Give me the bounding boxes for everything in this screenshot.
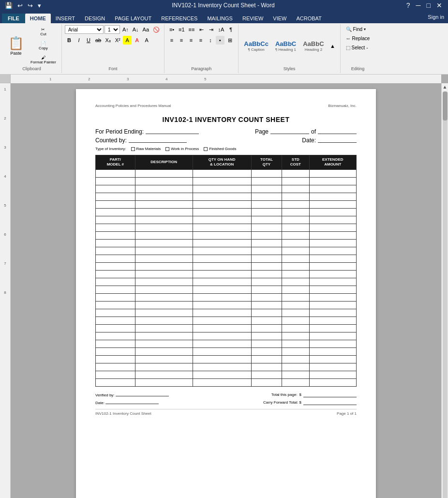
table-cell[interactable] [282,317,309,324]
table-cell[interactable] [135,293,193,301]
table-cell[interactable] [251,278,282,286]
font-color-button[interactable]: A [133,36,141,45]
table-cell[interactable] [135,317,193,324]
table-cell[interactable] [282,169,309,177]
table-cell[interactable] [282,340,309,347]
table-cell[interactable] [135,278,193,286]
bullets-button[interactable]: ≡• [167,25,176,34]
table-cell[interactable] [309,193,357,200]
table-cell[interactable] [309,355,357,363]
table-cell[interactable] [135,355,193,363]
table-cell[interactable] [96,355,135,363]
table-cell[interactable] [135,193,193,200]
table-cell[interactable] [309,231,357,239]
table-cell[interactable] [193,216,251,224]
table-cell[interactable] [96,378,135,386]
table-row[interactable] [96,247,357,255]
table-cell[interactable] [135,332,193,340]
tab-acrobat[interactable]: ACROBAT [291,14,326,23]
table-row[interactable] [96,378,357,386]
table-cell[interactable] [251,262,282,270]
tab-design[interactable]: DESIGN [80,14,110,23]
table-cell[interactable] [282,224,309,231]
border-button[interactable]: ⊞ [225,36,234,45]
table-cell[interactable] [135,185,193,193]
raw-materials-checkbox[interactable]: Raw Materials [131,147,161,151]
table-row[interactable] [96,193,357,200]
copy-button[interactable]: 📄 Copy [28,39,59,52]
table-cell[interactable] [251,193,282,200]
grow-font-button[interactable]: A↑ [121,25,130,34]
table-cell[interactable] [282,177,309,185]
text-highlight-button[interactable]: A [123,36,132,45]
table-cell[interactable] [193,309,251,317]
scroll-up-button[interactable]: ▲ [442,83,448,91]
table-cell[interactable] [193,200,251,208]
table-cell[interactable] [96,224,135,231]
table-row[interactable] [96,301,357,309]
table-cell[interactable] [96,278,135,286]
shrink-font-button[interactable]: A↓ [131,25,140,34]
table-cell[interactable] [96,262,135,270]
finished-goods-checkbox[interactable]: Finished Goods [204,147,236,151]
table-cell[interactable] [251,332,282,340]
sign-in-button[interactable]: Sign in [424,12,448,22]
table-cell[interactable] [251,216,282,224]
table-cell[interactable] [135,270,193,278]
table-cell[interactable] [193,293,251,301]
table-row[interactable] [96,255,357,262]
table-cell[interactable] [309,309,357,317]
table-cell[interactable] [135,340,193,347]
subscript-button[interactable]: X₂ [104,36,112,45]
font-size-select[interactable]: 11 [105,25,120,34]
table-cell[interactable] [135,216,193,224]
table-row[interactable] [96,208,357,216]
paste-button[interactable]: 📋 Paste [5,34,27,57]
italic-button[interactable]: I [75,36,83,45]
table-cell[interactable] [193,247,251,255]
table-cell[interactable] [96,293,135,301]
align-left-button[interactable]: ≡ [167,36,176,45]
table-cell[interactable] [309,247,357,255]
table-row[interactable] [96,231,357,239]
table-cell[interactable] [193,270,251,278]
wip-checkbox[interactable]: Work in Process [165,147,199,151]
table-row[interactable] [96,177,357,185]
table-cell[interactable] [309,239,357,247]
table-cell[interactable] [96,239,135,247]
table-cell[interactable] [251,247,282,255]
table-cell[interactable] [135,200,193,208]
table-cell[interactable] [135,247,193,255]
table-cell[interactable] [251,231,282,239]
table-cell[interactable] [135,224,193,231]
table-cell[interactable] [96,185,135,193]
table-cell[interactable] [282,293,309,301]
table-cell[interactable] [96,169,135,177]
table-row[interactable] [96,270,357,278]
table-cell[interactable] [282,332,309,340]
table-cell[interactable] [282,286,309,293]
table-row[interactable] [96,200,357,208]
table-cell[interactable] [193,371,251,378]
table-cell[interactable] [251,347,282,355]
select-button[interactable]: ⬚ Select - [343,44,371,52]
styles-scroll-up-button[interactable]: ▲ [329,42,337,50]
cut-button[interactable]: ✂ Cut [28,25,59,38]
find-button[interactable]: 🔍 Find ▾ [343,25,368,33]
table-cell[interactable] [135,262,193,270]
table-cell[interactable] [282,193,309,200]
table-cell[interactable] [251,363,282,371]
table-cell[interactable] [309,208,357,216]
multilevel-list-button[interactable]: ≡≡ [187,25,196,34]
replace-button[interactable]: ↔ Replace [343,34,373,43]
table-cell[interactable] [251,317,282,324]
table-row[interactable] [96,317,357,324]
table-row[interactable] [96,332,357,340]
redo-button[interactable]: ↪ [27,2,34,9]
vertical-scrollbar[interactable]: ▲ ▼ [441,83,448,498]
table-cell[interactable] [135,371,193,378]
table-row[interactable] [96,185,357,193]
table-row[interactable] [96,262,357,270]
table-cell[interactable] [282,355,309,363]
table-cell[interactable] [309,293,357,301]
